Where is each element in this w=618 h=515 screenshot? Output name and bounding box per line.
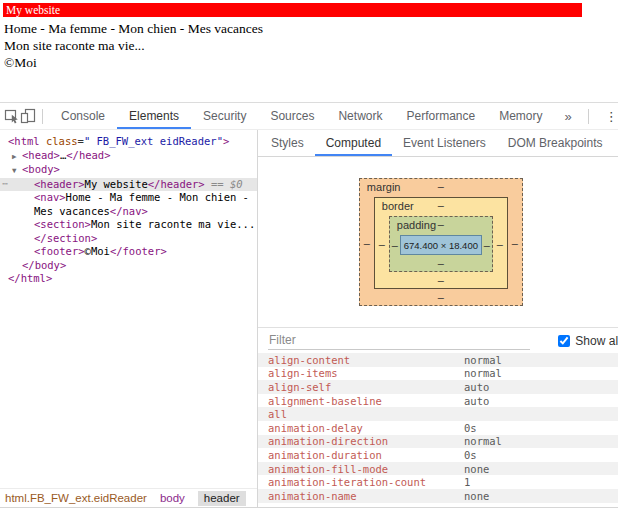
property-row[interactable]: animation-iteration-count1: [258, 475, 618, 489]
border-top-row: border–: [375, 198, 507, 214]
margin-bottom-row: –: [360, 291, 522, 305]
more-tabs-icon[interactable]: »: [555, 109, 582, 124]
padding-top-value[interactable]: –: [438, 218, 444, 230]
padding-mid-row: – 674.400 × 18.400 –: [390, 233, 492, 257]
property-name: align-items: [268, 367, 464, 379]
dom-node-html-close[interactable]: </html>: [0, 272, 257, 286]
dom-node-header-selected[interactable]: ⋯<header>My website</header> == $0: [0, 178, 257, 192]
breadcrumb-item-body[interactable]: body: [160, 492, 185, 504]
more-sidebar-tabs-icon[interactable]: »: [613, 136, 618, 151]
attr-name-token: class: [40, 135, 78, 147]
padding-label: padding: [397, 218, 436, 233]
tag-token: <footer>: [34, 245, 85, 257]
margin-right-value[interactable]: –: [508, 237, 522, 249]
dom-node-section[interactable]: <section>Mon site raconte ma vie...: [0, 218, 257, 232]
tag-token: <head>: [22, 149, 60, 161]
border-top-value[interactable]: –: [438, 199, 444, 211]
rendered-webpage: My website Home - Ma femme - Mon chien -…: [0, 0, 618, 102]
property-value: auto: [464, 381, 489, 393]
property-name: all: [268, 408, 464, 420]
devtools-window: Console Elements Security Sources Networ…: [0, 102, 618, 515]
tab-sources[interactable]: Sources: [258, 103, 326, 129]
property-row[interactable]: animation-delay0s: [258, 421, 618, 435]
box-model-diagram: margin– – border– – padding–: [258, 157, 618, 328]
tag-token: </footer>: [110, 245, 167, 257]
box-model-padding: padding– – 674.400 × 18.400 – –: [389, 216, 493, 272]
tab-elements[interactable]: Elements: [117, 103, 191, 129]
property-name: align-content: [268, 354, 464, 366]
tab-dom-breakpoints[interactable]: DOM Breakpoints: [497, 130, 614, 156]
toolbar-separator: [42, 109, 43, 124]
dom-node-head[interactable]: ▶<head>…</head>: [0, 149, 257, 164]
tag-token: <header>: [34, 178, 85, 190]
property-name: animation-duration: [268, 449, 464, 461]
dom-node-nav-wrap[interactable]: Mes vacances</nav>: [0, 205, 257, 219]
dom-node-section-close[interactable]: </section>: [0, 232, 257, 246]
margin-bottom-value[interactable]: –: [438, 291, 444, 303]
property-name: alignment-baseline: [268, 395, 464, 407]
filter-input[interactable]: [268, 331, 530, 350]
border-left-value[interactable]: –: [375, 238, 389, 250]
expand-arrow-icon[interactable]: ▶: [12, 150, 22, 164]
padding-bottom-value[interactable]: –: [438, 257, 444, 269]
padding-bottom-row: –: [390, 257, 492, 271]
dom-node-body-close[interactable]: </body>: [0, 259, 257, 273]
tag-token: </header>: [148, 178, 205, 190]
property-row[interactable]: align-itemsnormal: [258, 367, 618, 381]
computed-filter-bar: Show all: [258, 328, 618, 353]
box-model-content-size[interactable]: 674.400 × 18.400: [400, 235, 482, 255]
property-value: normal: [464, 367, 502, 379]
breadcrumb-item-header-selected[interactable]: header: [198, 491, 246, 506]
breadcrumb-item-html[interactable]: html.FB_FW_ext.eidReader: [5, 492, 147, 504]
dom-node-nav[interactable]: <nav>Home - Ma femme - Mon chien -: [0, 191, 257, 205]
tab-memory[interactable]: Memory: [487, 103, 554, 129]
tag-token: <nav>: [34, 191, 66, 203]
console-ref-token: == $0: [205, 178, 243, 190]
property-value: normal: [464, 354, 502, 366]
property-value: auto: [464, 395, 489, 407]
property-value: none: [464, 490, 489, 502]
margin-left-value[interactable]: –: [360, 237, 374, 249]
node-actions-icon[interactable]: ⋯: [2, 177, 8, 191]
tab-computed[interactable]: Computed: [315, 130, 392, 156]
devtools-menu-icon[interactable]: ⋮: [595, 109, 618, 124]
border-bottom-value[interactable]: –: [438, 274, 444, 286]
text-token: Home - Ma femme - Mon chien -: [66, 191, 249, 203]
property-name: animation-delay: [268, 422, 464, 434]
tab-console[interactable]: Console: [49, 103, 117, 129]
property-value: 0s: [464, 449, 477, 461]
border-label: border: [382, 199, 414, 214]
property-row[interactable]: animation-duration0s: [258, 448, 618, 462]
tab-network[interactable]: Network: [326, 103, 394, 129]
inspect-element-button[interactable]: [4, 104, 20, 128]
padding-left-value[interactable]: –: [390, 239, 400, 251]
dom-node-body-open[interactable]: ▼<body>: [0, 163, 257, 178]
property-row[interactable]: alignment-baselineauto: [258, 394, 618, 408]
tab-styles[interactable]: Styles: [260, 130, 315, 156]
property-row[interactable]: animation-directionnormal: [258, 435, 618, 449]
computed-pane: Styles Computed Event Listeners DOM Brea…: [258, 130, 618, 507]
inspect-cursor-icon: [4, 108, 20, 124]
margin-top-value[interactable]: –: [438, 180, 444, 192]
property-row[interactable]: align-contentnormal: [258, 353, 618, 367]
property-row[interactable]: align-selfauto: [258, 380, 618, 394]
dom-tree-pane: <html class=" FB_FW_ext eidReader"> ▶<he…: [0, 130, 258, 507]
property-row[interactable]: animation-namenone: [258, 489, 618, 503]
property-value: normal: [464, 435, 502, 447]
device-toolbar-button[interactable]: [20, 104, 36, 128]
tag-token: </body>: [22, 259, 66, 271]
border-right-value[interactable]: –: [493, 238, 507, 250]
dom-node-footer[interactable]: <footer>©Moi</footer>: [0, 245, 257, 259]
box-model-margin: margin– – border– – padding–: [359, 178, 523, 306]
collapse-arrow-icon[interactable]: ▼: [12, 164, 22, 178]
property-name: animation-name: [268, 490, 464, 502]
tab-event-listeners[interactable]: Event Listeners: [392, 130, 497, 156]
property-row[interactable]: all: [258, 407, 618, 421]
site-header-banner: My website: [3, 3, 582, 17]
show-all-checkbox[interactable]: [558, 335, 570, 347]
dom-node-html-open[interactable]: <html class=" FB_FW_ext eidReader">: [0, 135, 257, 149]
tab-performance[interactable]: Performance: [394, 103, 487, 129]
padding-right-value[interactable]: –: [482, 239, 492, 251]
property-row[interactable]: animation-fill-modenone: [258, 462, 618, 476]
tab-security[interactable]: Security: [191, 103, 258, 129]
